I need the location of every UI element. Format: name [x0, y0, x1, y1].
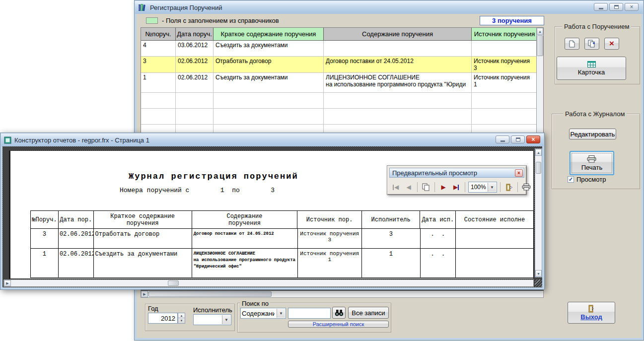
restore-button[interactable]	[511, 136, 525, 143]
card-button[interactable]: Карточка	[557, 57, 626, 80]
report-window-titlebar[interactable]: Конструктор отчетов - regpor.frx - Стран…	[1, 134, 544, 146]
exit-door-icon	[505, 184, 513, 191]
resize-grip[interactable]	[535, 279, 542, 287]
edit-button[interactable]: Редактировать	[569, 129, 616, 139]
report-cell-source: Источник поручения 1	[298, 249, 362, 278]
report-col-source: Источник пор.	[297, 210, 361, 229]
table-row[interactable]	[141, 93, 543, 109]
copy-order-button[interactable]	[584, 38, 599, 50]
col-header-short[interactable]: Краткое содержание поручения	[214, 28, 324, 41]
minimize-button[interactable]	[496, 136, 509, 143]
chevron-down-icon[interactable]: ▼	[222, 315, 230, 324]
scrollbar-thumb[interactable]	[537, 35, 543, 56]
scrollbar-thumb[interactable]	[148, 291, 272, 297]
goto-page-button[interactable]	[421, 182, 431, 193]
exit-button[interactable]: Выход	[568, 302, 615, 324]
executor-select[interactable]: ▼	[193, 314, 231, 325]
grid-cell-short: Отработать договор	[214, 57, 324, 73]
zoom-value: 100%	[471, 184, 486, 191]
scrollbar-thumb[interactable]	[168, 280, 179, 286]
grid-cell-num: 3	[141, 57, 176, 73]
col-header-date[interactable]: Дата поруч.	[176, 28, 214, 41]
report-cell-state	[456, 249, 534, 278]
report-horizontal-scrollbar[interactable]: ◀ ▶	[3, 279, 534, 287]
preview-close-button[interactable]: ×	[515, 169, 523, 177]
chevron-down-icon[interactable]: ▼	[488, 183, 496, 192]
grid-cell-date: 02.06.2012	[176, 73, 214, 93]
report-vertical-scrollbar[interactable]: ▲ ▼	[535, 148, 542, 277]
minimize-button[interactable]	[594, 3, 608, 11]
col-header-content[interactable]: Содержание поручения	[324, 28, 472, 41]
scrollbar-thumb[interactable]	[536, 162, 541, 174]
minimize-icon	[501, 140, 505, 142]
report-icon	[4, 136, 11, 144]
report-cell-executor: 3	[362, 229, 421, 249]
chevron-down-icon[interactable]: ▼	[277, 309, 285, 318]
report-cell-state	[456, 229, 534, 249]
year-spinner[interactable]: ▲ ▼	[178, 313, 185, 324]
grid-cell-source	[472, 41, 537, 57]
print-report-button[interactable]	[521, 182, 532, 193]
exit-door-icon	[587, 305, 596, 313]
next-page-button[interactable]: ▶	[438, 182, 449, 193]
grid-cell-content	[324, 41, 472, 57]
report-subtitle: Номера поручений с 1 по 3	[120, 187, 275, 194]
report-window-title: Конструктор отчетов - regpor.frx - Стран…	[14, 136, 149, 144]
binoculars-icon	[335, 310, 344, 316]
report-client: Журнал регистрация поручений Номера пору…	[2, 146, 542, 287]
toolbar-separator	[465, 182, 465, 192]
zoom-select[interactable]: 100% ▼	[468, 182, 497, 193]
table-row[interactable]: 1 02.06.2012 Съездить за документами ЛИЦ…	[141, 73, 543, 93]
grid-cell-num: 4	[141, 41, 176, 57]
main-window-titlebar[interactable]: Регистрация Поручений	[135, 1, 643, 14]
prev-page-button[interactable]: ◀	[403, 182, 414, 193]
toolbar-separator	[517, 182, 518, 192]
find-button[interactable]	[332, 307, 346, 319]
grid-cell-content: Договор поставки от 24.05.2012	[324, 57, 472, 73]
advanced-search-button[interactable]: Расширенный поиск	[288, 321, 389, 328]
delete-order-button[interactable]: ×	[604, 38, 619, 50]
scroll-down-button[interactable]: ▼	[535, 270, 542, 277]
printer-icon	[522, 184, 531, 191]
close-button[interactable]: ×	[526, 136, 540, 143]
search-by-select[interactable]: Содержанию ▼	[240, 308, 286, 319]
spin-up-icon[interactable]: ▲	[178, 313, 185, 318]
close-button[interactable]: ×	[625, 3, 639, 11]
grid-cell-source: Источник поручения 3	[472, 57, 537, 73]
table-row[interactable]	[141, 109, 543, 125]
year-input[interactable]: 2012	[148, 313, 178, 324]
report-cell-date: 02.06.2012	[59, 249, 94, 278]
first-page-button[interactable]: ◀	[390, 182, 401, 193]
restore-button[interactable]	[609, 3, 623, 11]
report-cell-date: 02.06.2012	[59, 229, 94, 249]
report-cell-content: ЛИЦЕНЗИОННОЕ СОГЛАШЕНИЕ на использование…	[192, 249, 298, 278]
scroll-up-button[interactable]: ▲	[535, 149, 542, 156]
report-cell-execdate: . .	[421, 249, 456, 278]
print-button[interactable]: Печать	[570, 151, 614, 175]
arrow-up-icon: ▲	[538, 30, 542, 33]
scroll-right-button[interactable]: ▶	[4, 280, 11, 286]
card-icon	[587, 61, 596, 68]
last-page-button[interactable]: ▶	[451, 182, 462, 193]
preview-checkbox[interactable]: ✓	[568, 176, 574, 183]
table-row[interactable]: 4 03.06.2012 Съездить за документами	[141, 41, 543, 57]
close-icon: ×	[630, 4, 633, 10]
preview-toolbar-titlebar[interactable]: Предварительный просмотр ×	[389, 168, 524, 178]
col-header-source[interactable]: Источник поручения	[472, 28, 537, 41]
grid-horizontal-scrollbar[interactable]: ◀ ▶	[141, 290, 544, 298]
last-page-icon: ▶	[453, 184, 458, 191]
grid-cell-num: 1	[141, 73, 176, 93]
scroll-up-button[interactable]: ▲	[537, 28, 543, 35]
spin-down-icon[interactable]: ▼	[178, 318, 185, 323]
new-order-button[interactable]	[565, 38, 579, 50]
books-icon	[138, 3, 147, 11]
col-header-num[interactable]: №поруч.	[141, 28, 176, 41]
close-preview-button[interactable]	[503, 182, 514, 193]
report-col-execdate: Дата исп.	[420, 210, 456, 229]
scroll-right-button[interactable]: ▶	[141, 291, 148, 297]
search-input[interactable]	[288, 308, 331, 319]
preview-toolbar: Предварительный просмотр × ◀ ◀ ▶ ▶	[387, 165, 527, 195]
table-row-selected[interactable]: 3 02.06.2012 Отработать договор Договор …	[141, 57, 543, 73]
all-records-button[interactable]: Все записи	[348, 307, 389, 319]
minimize-icon	[599, 8, 603, 9]
